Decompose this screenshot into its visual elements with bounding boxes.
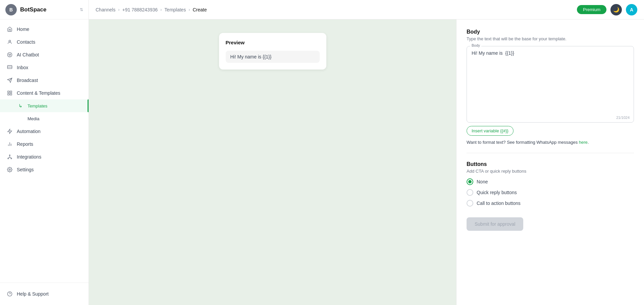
home-icon	[7, 26, 13, 32]
sidebar-item-automation[interactable]: Automation	[0, 125, 89, 138]
contacts-icon	[7, 39, 13, 45]
main-area: Channels › +91 7888243936 › Templates › …	[89, 0, 644, 305]
sidebar-item-reports-label: Reports	[17, 141, 33, 147]
body-section-title: Body	[467, 29, 634, 35]
sidebar-item-home-label: Home	[17, 27, 29, 32]
breadcrumb-channels[interactable]: Channels	[96, 7, 115, 12]
buttons-section-title: Buttons	[467, 161, 634, 167]
dark-mode-button[interactable]: 🌙	[610, 4, 622, 15]
topbar-right: Premium 🌙 A	[577, 4, 637, 15]
sidebar-item-ai-chatbot[interactable]: AI Chatbot	[0, 48, 89, 61]
sidebar-item-inbox-label: Inbox	[17, 65, 28, 70]
buttons-section-desc: Add CTA or quick reply buttons	[467, 169, 634, 174]
sidebar-item-contacts[interactable]: Contacts	[0, 36, 89, 48]
breadcrumb: Channels › +91 7888243936 › Templates › …	[96, 7, 207, 12]
insert-variable-button[interactable]: Insert variable {{#}}	[467, 126, 514, 136]
breadcrumb-templates[interactable]: Templates	[164, 7, 186, 12]
ai-chatbot-icon	[7, 52, 13, 58]
media-icon	[17, 116, 23, 122]
svg-point-17	[11, 158, 12, 159]
preview-panel: Preview Hi! My name is {{1}}	[89, 19, 456, 305]
sidebar-item-broadcast[interactable]: Broadcast	[0, 74, 89, 87]
breadcrumb-create: Create	[193, 7, 207, 12]
breadcrumb-sep-1: ›	[118, 7, 119, 12]
radio-call-to-action[interactable]: Call to action buttons	[467, 200, 634, 207]
sidebar-item-templates[interactable]: ↳ Templates	[0, 99, 89, 112]
sidebar-item-broadcast-label: Broadcast	[17, 78, 38, 83]
svg-point-1	[7, 52, 12, 57]
inbox-icon	[7, 64, 13, 71]
svg-rect-7	[8, 91, 9, 93]
body-textarea[interactable]: Hi! My name is {{1}}	[472, 50, 629, 111]
svg-point-21	[9, 169, 10, 170]
sidebar-item-content-templates[interactable]: Content & Templates	[0, 87, 89, 99]
integrations-icon	[7, 154, 13, 160]
sidebar: B BotSpace ⇅ Home Contacts AI Chatbot	[0, 0, 89, 305]
svg-line-19	[8, 157, 10, 158]
radio-quick-reply[interactable]: Quick reply buttons	[467, 189, 634, 196]
sidebar-item-settings-label: Settings	[17, 167, 34, 172]
sidebar-nav: Home Contacts AI Chatbot Inbox	[0, 19, 89, 282]
svg-point-15	[9, 155, 10, 156]
svg-rect-8	[10, 91, 12, 93]
help-icon	[7, 291, 13, 297]
premium-button[interactable]: Premium	[577, 5, 606, 14]
sidebar-item-ai-chatbot-label: AI Chatbot	[17, 52, 39, 57]
sidebar-logo: B	[5, 4, 17, 15]
svg-marker-11	[8, 129, 12, 133]
radio-quick-reply-circle	[467, 189, 473, 196]
svg-point-0	[9, 40, 10, 42]
sidebar-item-inbox[interactable]: Inbox	[0, 61, 89, 74]
buttons-section: Buttons Add CTA or quick reply buttons N…	[467, 161, 634, 207]
sidebar-item-templates-label: Templates	[28, 103, 47, 108]
format-text: Want to format text? See formatting What…	[467, 140, 634, 145]
body-section: Body Type the text that will be the base…	[467, 29, 634, 145]
sidebar-header: B BotSpace ⇅	[0, 0, 89, 19]
content-templates-icon	[7, 90, 13, 96]
templates-sub-icon: ↳	[17, 103, 23, 109]
sidebar-item-media-label: Media	[28, 116, 39, 121]
breadcrumb-sep-2: ›	[160, 7, 162, 12]
sidebar-item-content-templates-label: Content & Templates	[17, 90, 60, 96]
sidebar-item-help[interactable]: Help & Support	[7, 288, 82, 300]
radio-call-to-action-label: Call to action buttons	[477, 201, 521, 206]
svg-point-3	[10, 54, 11, 55]
radio-quick-reply-label: Quick reply buttons	[477, 190, 517, 195]
reports-icon	[7, 141, 13, 147]
breadcrumb-sep-3: ›	[189, 7, 190, 12]
body-textarea-wrapper: Body Hi! My name is {{1}} 21/1024	[467, 46, 634, 123]
preview-card: Preview Hi! My name is {{1}}	[219, 33, 326, 70]
broadcast-icon	[7, 77, 13, 83]
right-panel: Body Type the text that will be the base…	[456, 19, 644, 305]
sidebar-item-settings[interactable]: Settings	[0, 163, 89, 176]
body-section-desc: Type the text that will be the base for …	[467, 36, 634, 41]
format-link[interactable]: here	[579, 140, 588, 145]
sidebar-item-integrations-label: Integrations	[17, 154, 41, 160]
sidebar-item-media[interactable]: Media	[0, 112, 89, 125]
char-count: 21/1024	[616, 116, 630, 120]
radio-group: None Quick reply buttons Call to action …	[467, 178, 634, 207]
submit-section: Submit for approval	[467, 215, 634, 231]
radio-none-label: None	[477, 179, 488, 184]
sidebar-item-help-label: Help & Support	[17, 291, 49, 297]
sidebar-item-reports[interactable]: Reports	[0, 138, 89, 150]
svg-line-20	[10, 157, 11, 158]
svg-point-16	[8, 158, 9, 159]
radio-none[interactable]: None	[467, 178, 634, 185]
settings-icon	[7, 167, 13, 173]
sidebar-chevron-icon[interactable]: ⇅	[80, 7, 83, 12]
content-area: Preview Hi! My name is {{1}} Body Type t…	[89, 19, 644, 305]
sidebar-footer[interactable]: Help & Support	[0, 282, 89, 305]
automation-icon	[7, 128, 13, 134]
preview-message-bubble: Hi! My name is {{1}}	[226, 51, 320, 63]
sidebar-brand: BotSpace	[20, 6, 76, 13]
sidebar-item-contacts-label: Contacts	[17, 39, 35, 45]
breadcrumb-phone[interactable]: +91 7888243936	[122, 7, 158, 12]
topbar: Channels › +91 7888243936 › Templates › …	[89, 0, 644, 19]
sidebar-item-home[interactable]: Home	[0, 23, 89, 36]
sidebar-item-integrations[interactable]: Integrations	[0, 150, 89, 163]
user-avatar[interactable]: A	[626, 4, 637, 15]
svg-rect-10	[10, 93, 12, 95]
sidebar-item-automation-label: Automation	[17, 129, 41, 134]
submit-button[interactable]: Submit for approval	[467, 217, 523, 231]
